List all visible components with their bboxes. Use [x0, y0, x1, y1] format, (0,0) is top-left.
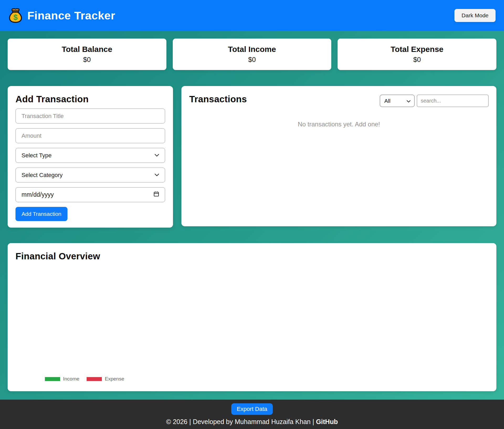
- total-income-label: Total Income: [228, 45, 276, 54]
- github-link[interactable]: GitHub: [316, 418, 338, 425]
- chevron-down-icon: [155, 174, 159, 176]
- financial-overview-panel: Financial Overview Income Expense: [8, 243, 496, 391]
- category-select-value: Select Category: [22, 172, 63, 179]
- expense-legend-label: Expense: [105, 376, 124, 382]
- copyright-separator: |: [311, 418, 316, 425]
- add-transaction-button[interactable]: Add Transaction: [15, 207, 67, 221]
- transactions-controls: All: [380, 95, 489, 107]
- overview-chart: Income Expense: [15, 264, 489, 383]
- transactions-panel: Transactions All No transactions yet. Ad…: [181, 86, 496, 226]
- transactions-search-input[interactable]: [417, 95, 489, 107]
- empty-transactions-message: No transactions yet. Add one!: [189, 121, 489, 128]
- income-legend-label: Income: [63, 376, 79, 382]
- total-expense-label: Total Expense: [391, 45, 443, 54]
- total-balance-card: Total Balance $0: [8, 39, 166, 70]
- app-header: $ Finance Tracker Dark Mode: [0, 0, 504, 31]
- date-input[interactable]: mm/dd/yyyy: [15, 187, 165, 202]
- transaction-title-input[interactable]: [15, 109, 165, 124]
- svg-text:$: $: [13, 13, 18, 22]
- total-expense-value: $0: [413, 56, 421, 64]
- export-data-button[interactable]: Export Data: [231, 403, 273, 415]
- chevron-down-icon: [407, 98, 411, 104]
- copyright-text: © 2026 | Developed by Muhammad Huzaifa K…: [166, 418, 338, 426]
- date-input-value: mm/dd/yyyy: [22, 191, 54, 198]
- summary-cards-row: Total Balance $0 Total Income $0 Total E…: [8, 39, 496, 70]
- transactions-header: Transactions All: [189, 94, 489, 107]
- transactions-filter-value: All: [384, 98, 390, 104]
- add-transaction-panel: Add Transaction Select Type Select Categ…: [8, 86, 173, 228]
- calendar-icon[interactable]: [154, 191, 159, 198]
- total-expense-card: Total Expense $0: [338, 39, 496, 70]
- copyright-prefix: © 2026 | Developed by: [166, 418, 235, 425]
- amount-input[interactable]: [15, 128, 165, 143]
- dark-mode-button[interactable]: Dark Mode: [454, 9, 496, 22]
- money-bag-icon: $: [8, 8, 23, 23]
- financial-overview-title: Financial Overview: [15, 251, 489, 261]
- income-swatch-icon: [45, 377, 60, 381]
- type-select-value: Select Type: [22, 152, 52, 159]
- app-footer: Export Data © 2026 | Developed by Muhamm…: [0, 400, 504, 429]
- legend-item-income[interactable]: Income: [45, 376, 79, 382]
- total-income-card: Total Income $0: [173, 39, 332, 70]
- type-select[interactable]: Select Type: [15, 148, 165, 163]
- chevron-down-icon: [155, 154, 159, 157]
- total-income-value: $0: [248, 56, 256, 64]
- total-balance-value: $0: [83, 56, 91, 64]
- transactions-filter-select[interactable]: All: [380, 95, 414, 107]
- category-select[interactable]: Select Category: [15, 168, 165, 183]
- author-name: Muhammad Huzaifa Khan: [235, 418, 311, 425]
- app-title: Finance Tracker: [27, 9, 115, 22]
- add-transaction-title: Add Transaction: [15, 94, 165, 104]
- transactions-title: Transactions: [189, 94, 247, 104]
- chart-legend: Income Expense: [45, 376, 124, 382]
- expense-swatch-icon: [87, 377, 102, 381]
- legend-item-expense[interactable]: Expense: [87, 376, 124, 382]
- total-balance-label: Total Balance: [62, 45, 112, 54]
- brand: $ Finance Tracker: [8, 8, 115, 23]
- main-content: Add Transaction Select Type Select Categ…: [8, 86, 496, 228]
